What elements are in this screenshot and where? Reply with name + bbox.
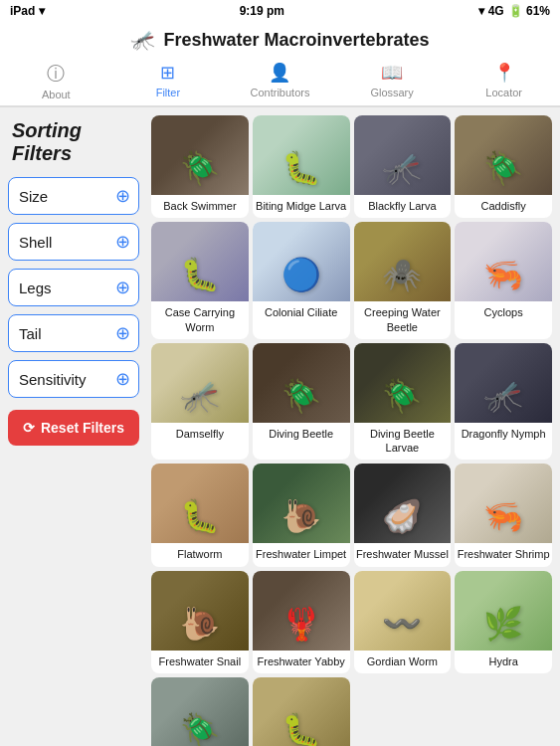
filter-size-label: Size xyxy=(19,188,48,205)
grid-item-emoji-freshwater-snail: 🐌 xyxy=(180,605,220,643)
grid-item-freshwater-limpet[interactable]: 🐌Freshwater Limpet xyxy=(253,464,350,566)
grid-item-emoji-hydra: 🌿 xyxy=(483,605,523,643)
grid-item-cyclops[interactable]: 🦐Cyclops xyxy=(455,222,552,339)
grid-item-img-freshwater-yabby: 🦞 xyxy=(253,571,350,651)
grid-item-emoji-damselfly: 🦟 xyxy=(180,377,220,415)
filter-size-button[interactable]: Size ⊕ xyxy=(8,177,139,215)
filter-tail-label: Tail xyxy=(19,325,42,342)
grid-item-emoji-freshwater-limpet: 🐌 xyxy=(281,497,321,535)
grid-item-emoji-blackfly-larva: 🦟 xyxy=(382,149,422,187)
grid-item-emoji-gordian-worm: 〰️ xyxy=(382,605,422,643)
grid-item-label-creeping-water-beetle: Creeping Water Beetle xyxy=(354,301,452,339)
grid-item-img-hydra: 🌿 xyxy=(455,571,552,651)
grid-area: 🪲Back Swimmer🐛Biting Midge Larva🦟Blackfl… xyxy=(147,107,560,746)
contributors-icon: 👤 xyxy=(269,62,290,84)
grid-item-emoji-back-swimmer: 🪲 xyxy=(180,149,220,187)
filter-size-plus-icon: ⊕ xyxy=(115,185,130,207)
main-content: Sorting Filters Size ⊕ Shell ⊕ Legs ⊕ Ta… xyxy=(0,107,560,746)
grid-item-img-gordian-worm: 〰️ xyxy=(354,571,452,651)
grid-item-emoji-caddisfly: 🪲 xyxy=(483,149,523,187)
grid-item-label-freshwater-snail: Freshwater Snail xyxy=(157,651,244,673)
grid-item-label-freshwater-yabby: Freshwater Yabby xyxy=(256,651,347,673)
filter-sensitivity-button[interactable]: Sensitivity ⊕ xyxy=(8,360,139,398)
grid-item-back-swimmer[interactable]: 🪲Back Swimmer xyxy=(151,115,249,218)
grid-item-creeping-water-beetle[interactable]: 🕷️Creeping Water Beetle xyxy=(354,222,452,339)
grid-item-dragonfly-nymph[interactable]: 🦟Dragonfly Nymph xyxy=(455,343,552,461)
grid-item-label-freshwater-limpet: Freshwater Limpet xyxy=(254,543,348,566)
grid-item-blackfly-larva[interactable]: 🦟Blackfly Larva xyxy=(354,115,452,218)
grid-item-img-case-carrying-worm: 🐛 xyxy=(151,222,249,301)
tab-filter[interactable]: ⊞ Filter xyxy=(112,56,225,105)
grid-item-img-dragonfly-nymph: 🦟 xyxy=(455,343,552,423)
filter-legs-label: Legs xyxy=(19,280,52,296)
grid-item-emoji-cyclops: 🦐 xyxy=(483,256,523,293)
grid-item-caddisfly[interactable]: 🪲Caddisfly xyxy=(455,115,552,218)
grid-item-img-flatworm: 🐛 xyxy=(151,464,249,543)
grid-item-img-freshwater-shrimp: 🦐 xyxy=(455,464,552,543)
filter-legs-button[interactable]: Legs ⊕ xyxy=(8,269,139,306)
filter-shell-button[interactable]: Shell ⊕ xyxy=(8,223,139,261)
grid-item-emoji-freshwater-yabby: 🦞 xyxy=(281,605,321,643)
grid-item-colonial-ciliate[interactable]: 🔵Colonial Ciliate xyxy=(253,222,350,339)
grid-item-diving-beetle[interactable]: 🪲Diving Beetle xyxy=(253,343,350,461)
grid-item-hydra[interactable]: 🌿Hydra xyxy=(455,571,552,673)
grid-item-img-partial-2: 🐛 xyxy=(253,677,350,746)
grid-item-freshwater-shrimp[interactable]: 🦐Freshwater Shrimp xyxy=(455,464,552,566)
grid-item-img-damselfly: 🦟 xyxy=(151,343,249,423)
grid-item-label-blackfly-larva: Blackfly Larva xyxy=(366,195,438,218)
grid-item-flatworm[interactable]: 🐛Flatworm xyxy=(151,464,249,566)
grid-item-freshwater-yabby[interactable]: 🦞Freshwater Yabby xyxy=(253,571,350,673)
grid-item-damselfly[interactable]: 🦟Damselfly xyxy=(151,343,249,461)
reset-label: Reset Filters xyxy=(41,420,124,436)
grid-item-label-damselfly: Damselfly xyxy=(174,423,226,446)
grid-item-emoji-flatworm: 🐛 xyxy=(180,497,220,535)
tab-contributors-label: Contributors xyxy=(251,87,310,98)
signal-icon: ▾ 4G xyxy=(478,4,503,18)
grid-item-label-freshwater-shrimp: Freshwater Shrimp xyxy=(456,543,552,566)
grid-item-partial-2[interactable]: 🐛 xyxy=(253,677,350,746)
app-title: Freshwater Macroinvertebrates xyxy=(163,30,429,51)
grid-item-img-creeping-water-beetle: 🕷️ xyxy=(354,222,452,301)
grid-item-label-colonial-ciliate: Colonial Ciliate xyxy=(263,301,339,324)
glossary-icon: 📖 xyxy=(381,62,403,84)
grid-item-gordian-worm[interactable]: 〰️Gordian Worm xyxy=(354,571,452,673)
tab-contributors[interactable]: 👤 Contributors xyxy=(224,56,336,105)
tab-filter-label: Filter xyxy=(156,87,180,98)
grid-item-emoji-partial-2: 🐛 xyxy=(281,711,321,746)
filter-tail-button[interactable]: Tail ⊕ xyxy=(8,314,139,352)
grid-item-freshwater-mussel[interactable]: 🦪Freshwater Mussel xyxy=(354,464,452,566)
tab-bar: ⓘ About ⊞ Filter 👤 Contributors 📖 Glossa… xyxy=(0,56,560,106)
grid-item-label-gordian-worm: Gordian Worm xyxy=(365,651,440,673)
grid-item-img-biting-midge-larva: 🐛 xyxy=(253,115,350,195)
reset-filters-button[interactable]: ⟳ Reset Filters xyxy=(8,410,139,446)
tab-locator[interactable]: 📍 Locator xyxy=(448,56,560,105)
grid-item-emoji-biting-midge-larva: 🐛 xyxy=(281,149,321,187)
grid-item-emoji-dragonfly-nymph: 🦟 xyxy=(483,377,523,415)
grid-item-emoji-freshwater-shrimp: 🦐 xyxy=(483,497,523,535)
grid-item-partial-1[interactable]: 🪲 xyxy=(151,677,249,746)
filter-icon: ⊞ xyxy=(160,62,175,84)
filter-tail-plus-icon: ⊕ xyxy=(115,322,130,344)
sidebar-title: Sorting Filters xyxy=(8,119,139,165)
grid-item-emoji-creeping-water-beetle: 🕷️ xyxy=(382,256,422,293)
tab-about[interactable]: ⓘ About xyxy=(0,56,112,105)
tab-glossary[interactable]: 📖 Glossary xyxy=(336,56,449,105)
grid-item-diving-beetle-larvae[interactable]: 🪲Diving Beetle Larvae xyxy=(354,343,452,461)
grid-item-biting-midge-larva[interactable]: 🐛Biting Midge Larva xyxy=(253,115,350,218)
grid-item-img-partial-1: 🪲 xyxy=(151,677,249,746)
grid-item-label-flatworm: Flatworm xyxy=(175,543,224,566)
grid-item-case-carrying-worm[interactable]: 🐛Case Carrying Worm xyxy=(151,222,249,339)
grid-item-img-diving-beetle: 🪲 xyxy=(253,343,350,423)
grid-item-emoji-freshwater-mussel: 🦪 xyxy=(382,497,422,535)
grid-item-emoji-colonial-ciliate: 🔵 xyxy=(281,256,321,293)
grid-item-img-blackfly-larva: 🦟 xyxy=(354,115,452,195)
grid-item-img-freshwater-mussel: 🦪 xyxy=(354,464,452,543)
filter-legs-plus-icon: ⊕ xyxy=(115,277,130,298)
ipad-label: iPad xyxy=(10,4,35,18)
grid-item-emoji-diving-beetle: 🪲 xyxy=(281,377,321,415)
grid-item-label-caddisfly: Caddisfly xyxy=(479,195,528,218)
reset-icon: ⟳ xyxy=(23,420,35,436)
grid-item-freshwater-snail[interactable]: 🐌Freshwater Snail xyxy=(151,571,249,673)
tab-glossary-label: Glossary xyxy=(370,87,413,98)
filter-sensitivity-plus-icon: ⊕ xyxy=(115,368,130,390)
